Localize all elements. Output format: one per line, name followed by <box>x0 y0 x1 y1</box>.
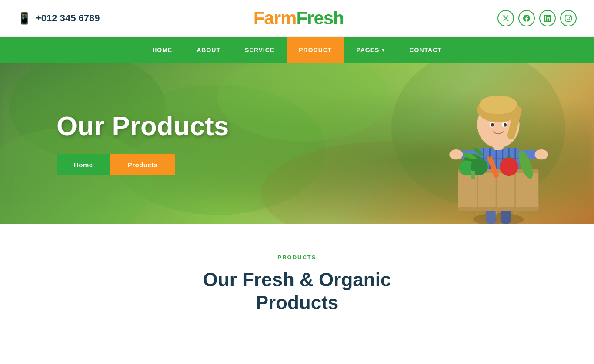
hero-home-button[interactable]: Home <box>57 154 110 175</box>
hero-section: Our Products Home Products <box>0 63 594 224</box>
hero-products-button[interactable]: Products <box>110 154 175 175</box>
nav-home[interactable]: HOME <box>140 37 184 63</box>
top-bar: 📱 +012 345 6789 FarmFresh <box>0 0 594 37</box>
linkedin-icon[interactable] <box>539 10 556 26</box>
products-section-label: PRODUCTS <box>17 254 577 261</box>
nav-product[interactable]: PRODUCT <box>287 37 344 63</box>
svg-point-6 <box>473 213 524 224</box>
logo-fresh: Fresh <box>296 8 344 28</box>
products-section-heading: Our Fresh & Organic Products <box>17 268 577 314</box>
products-section: PRODUCTS Our Fresh & Organic Products <box>0 224 594 332</box>
logo-farm: Farm <box>254 8 297 28</box>
hero-breadcrumb: Home Products <box>57 154 229 175</box>
twitter-icon[interactable] <box>497 10 514 26</box>
facebook-icon[interactable] <box>518 10 535 26</box>
svg-point-21 <box>449 149 463 159</box>
hero-image-area <box>424 63 572 224</box>
svg-point-26 <box>479 96 517 114</box>
svg-point-31 <box>504 123 507 127</box>
hero-title: Our Products <box>57 111 229 141</box>
nav-about[interactable]: ABOUT <box>184 37 233 63</box>
svg-point-30 <box>491 123 494 127</box>
instagram-icon[interactable] <box>560 10 577 26</box>
social-icons <box>497 10 577 26</box>
svg-rect-41 <box>471 171 475 179</box>
phone-icon: 📱 <box>17 12 31 25</box>
svg-point-22 <box>535 149 548 159</box>
svg-rect-34 <box>458 207 539 211</box>
hero-content: Our Products Home Products <box>0 111 229 175</box>
svg-point-42 <box>500 157 518 176</box>
navbar: HOME ABOUT SERVICE PRODUCT PAGES ▾ CONTA… <box>0 37 594 63</box>
phone-area: 📱 +012 345 6789 <box>17 12 100 25</box>
pages-dropdown-arrow: ▾ <box>382 47 385 53</box>
logo[interactable]: FarmFresh <box>254 8 344 29</box>
phone-number: +012 345 6789 <box>36 13 100 24</box>
woman-illustration <box>433 76 564 224</box>
nav-service[interactable]: SERVICE <box>233 37 287 63</box>
nav-pages[interactable]: PAGES ▾ <box>344 37 397 63</box>
nav-contact[interactable]: CONTACT <box>397 37 454 63</box>
